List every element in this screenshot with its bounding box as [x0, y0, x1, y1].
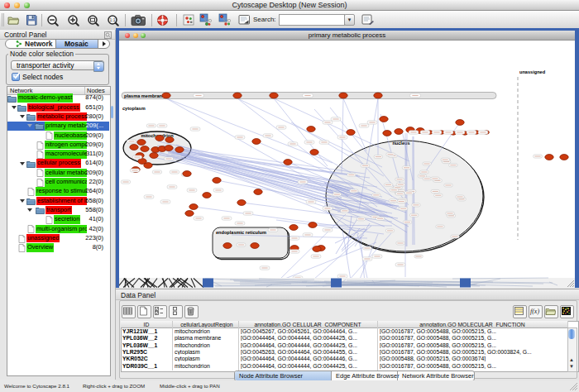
svg-text:cytoplasm: cytoplasm — [122, 106, 146, 111]
svg-text:plasma membrane: plasma membrane — [124, 93, 165, 98]
svg-text:1:1: 1:1 — [110, 17, 116, 22]
svg-text:unassigned: unassigned — [519, 69, 546, 74]
svg-text:nucleus: nucleus — [392, 141, 409, 146]
svg-text:f(x): f(x) — [530, 308, 539, 315]
svg-text:endoplasmic reticulum: endoplasmic reticulum — [216, 230, 266, 235]
